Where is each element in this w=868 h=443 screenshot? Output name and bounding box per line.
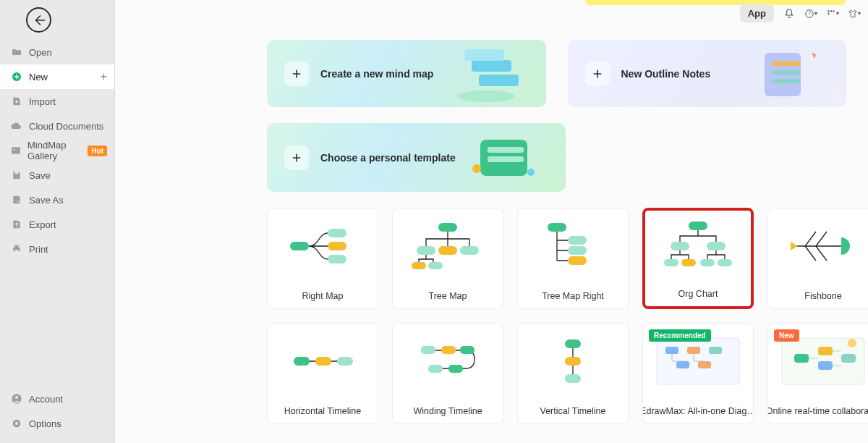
- template-org-chart[interactable]: Org Chart: [642, 208, 754, 309]
- back-button[interactable]: [26, 7, 51, 33]
- sidebar-item-cloud[interactable]: Cloud Documents: [0, 114, 114, 138]
- svg-rect-56: [441, 346, 456, 354]
- svg-rect-52: [294, 357, 310, 366]
- sidebar-item-export[interactable]: Export: [0, 212, 114, 237]
- thumb: [268, 208, 378, 284]
- sidebar-item-label: Cloud Documents: [29, 121, 103, 132]
- sidebar-item-options[interactable]: Options: [0, 411, 114, 436]
- svg-rect-26: [488, 147, 524, 153]
- hot-badge: Hot: [88, 145, 107, 156]
- plus-icon[interactable]: +: [101, 70, 107, 83]
- svg-rect-31: [328, 229, 346, 237]
- sidebar-item-gallery[interactable]: MindMap Gallery Hot: [0, 138, 114, 163]
- saveas-icon: [10, 193, 23, 206]
- svg-point-74: [848, 339, 856, 347]
- thumb: [393, 324, 503, 399]
- svg-rect-60: [565, 339, 581, 348]
- svg-rect-65: [687, 347, 700, 354]
- svg-rect-27: [488, 156, 524, 162]
- sidebar-item-label: Options: [29, 418, 61, 429]
- template-illustration-icon: [459, 129, 553, 187]
- template-label: Fishbone: [768, 284, 868, 308]
- svg-rect-53: [315, 357, 331, 366]
- hero-new-mindmap[interactable]: Create a new mind map: [267, 40, 546, 107]
- svg-point-8: [15, 396, 18, 399]
- sidebar-item-print[interactable]: Print: [0, 237, 114, 261]
- gallery-icon: [10, 144, 22, 157]
- app-button[interactable]: App: [740, 4, 774, 22]
- svg-rect-43: [568, 256, 587, 265]
- svg-marker-51: [791, 242, 798, 250]
- svg-point-13: [827, 10, 829, 12]
- hero-row-2: Choose a personal template: [267, 123, 846, 192]
- sidebar-item-save[interactable]: Save: [0, 163, 114, 187]
- template-edrawmax[interactable]: Recommended EdrawMax: All-in-one Diag…: [642, 323, 754, 424]
- hero-personal-template[interactable]: Choose a personal template: [267, 123, 566, 192]
- hero-row: Create a new mind map New Outline Notes: [267, 40, 846, 107]
- template-online-collab[interactable]: New Online real-time collaborat…: [767, 323, 868, 424]
- bell-icon[interactable]: [783, 7, 796, 20]
- template-horizontal-timeline[interactable]: Horizontal Timeline: [267, 323, 378, 424]
- svg-rect-1: [12, 147, 20, 153]
- sidebar-item-label: Save: [29, 170, 51, 181]
- sidebar-item-import[interactable]: Import: [0, 89, 114, 114]
- svg-rect-72: [818, 361, 833, 370]
- mindmap-illustration-icon: [439, 46, 533, 104]
- svg-point-28: [472, 164, 481, 173]
- svg-rect-49: [700, 259, 715, 266]
- plus-icon: [284, 62, 309, 86]
- svg-point-14: [830, 10, 832, 12]
- thumb: [393, 208, 503, 284]
- export-icon: [10, 218, 23, 231]
- template-winding-timeline[interactable]: Winding Timeline: [392, 323, 503, 424]
- sidebar-item-label: Open: [29, 47, 52, 58]
- template-tree-map-right[interactable]: Tree Map Right: [517, 208, 629, 309]
- plus-icon: [585, 62, 610, 86]
- template-label: Vertical Timeline: [518, 399, 628, 423]
- svg-rect-18: [472, 60, 511, 72]
- svg-rect-71: [818, 347, 833, 355]
- svg-point-17: [457, 90, 515, 102]
- svg-rect-44: [689, 222, 707, 230]
- svg-rect-50: [718, 259, 732, 266]
- outline-illustration-icon: [739, 46, 833, 104]
- svg-point-2: [13, 149, 14, 151]
- template-tree-map[interactable]: Tree Map: [392, 208, 503, 309]
- plus-circle-icon: [10, 70, 23, 83]
- template-grid: Right Map Tree Map Tree Map Right: [267, 208, 846, 424]
- svg-rect-41: [568, 236, 587, 245]
- hero-label: New Outline Notes: [621, 68, 711, 80]
- template-right-map[interactable]: Right Map: [267, 208, 378, 309]
- shirt-icon[interactable]: ▾: [848, 7, 861, 20]
- sidebar-item-label: MindMap Gallery: [27, 140, 83, 161]
- help-icon[interactable]: ?▾: [804, 7, 817, 20]
- svg-rect-59: [448, 365, 463, 373]
- svg-text:?: ?: [808, 11, 811, 16]
- print-icon: [10, 242, 23, 256]
- svg-rect-47: [664, 259, 678, 266]
- sidebar-item-account[interactable]: Account: [0, 387, 114, 411]
- sidebar-bottom: Account Options: [0, 387, 114, 436]
- sidebar-item-saveas[interactable]: Save As: [0, 187, 114, 212]
- svg-rect-68: [698, 361, 711, 368]
- template-label: Winding Timeline: [393, 399, 503, 423]
- sidebar-item-label: Import: [29, 96, 56, 107]
- svg-rect-73: [841, 354, 856, 363]
- svg-rect-6: [14, 250, 18, 253]
- template-fishbone[interactable]: Fishbone: [767, 208, 868, 309]
- svg-rect-39: [428, 262, 443, 269]
- svg-rect-22: [772, 62, 801, 66]
- svg-rect-3: [14, 172, 18, 174]
- sidebar-item-label: New: [29, 72, 48, 83]
- template-vertical-timeline[interactable]: Vertical Timeline: [517, 323, 629, 424]
- svg-rect-46: [707, 242, 726, 250]
- sidebar-item-open[interactable]: Open: [0, 40, 114, 64]
- svg-rect-48: [681, 259, 696, 266]
- hero-new-outline[interactable]: New Outline Notes: [568, 40, 847, 107]
- sidebar-item-new[interactable]: New +: [0, 64, 114, 89]
- arrow-left-icon: [33, 14, 46, 27]
- svg-rect-45: [671, 242, 689, 250]
- sidebar-item-label: Print: [29, 244, 48, 255]
- svg-rect-55: [421, 346, 435, 354]
- apps-icon[interactable]: ▾: [826, 7, 839, 20]
